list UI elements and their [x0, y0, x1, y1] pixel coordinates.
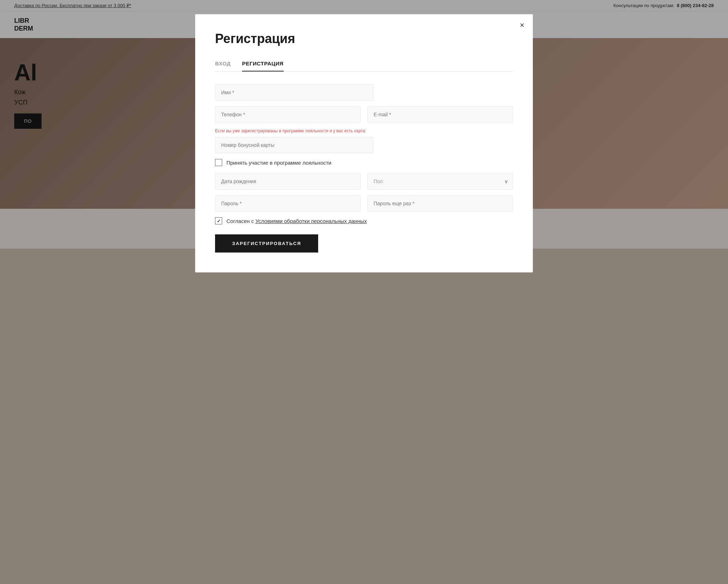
modal-overlay: × Регистрация ВХОД РЕГИСТРАЦИЯ	[0, 0, 728, 584]
consent-label: Согласен с Условиями обработки персональ…	[226, 218, 367, 224]
name-row	[215, 84, 373, 101]
password-confirm-input[interactable]	[368, 195, 513, 212]
consent-row: Согласен с Условиями обработки персональ…	[215, 217, 513, 224]
submit-button[interactable]: ЗАРЕГИСТРИРОВАТЬСЯ	[215, 234, 318, 253]
name-group	[215, 84, 373, 101]
password-row	[215, 195, 513, 212]
loyalty-checkbox-row: Принять участие в программе лояльности	[215, 159, 513, 166]
registration-form: Если вы уже зарегистрированы в программе…	[215, 84, 513, 253]
password-group	[215, 195, 360, 212]
phone-group	[215, 106, 360, 123]
loyalty-checkbox-label[interactable]: Принять участие в программе лояльности	[226, 160, 331, 166]
name-input[interactable]	[215, 84, 373, 101]
gender-select[interactable]: Пол Мужской Женский	[368, 173, 513, 190]
tab-login[interactable]: ВХОД	[215, 58, 231, 71]
consent-checkbox[interactable]	[215, 217, 222, 224]
phone-input[interactable]	[215, 106, 360, 123]
birthdate-gender-row: Пол Мужской Женский ∨	[215, 173, 513, 190]
bonus-card-group	[215, 137, 373, 153]
registration-modal: × Регистрация ВХОД РЕГИСТРАЦИЯ	[195, 14, 533, 272]
gender-group: Пол Мужской Женский ∨	[368, 173, 513, 190]
consent-link[interactable]: Условиями обработки персональных данных	[255, 218, 367, 224]
password-confirm-group	[368, 195, 513, 212]
auth-tabs: ВХОД РЕГИСТРАЦИЯ	[215, 58, 513, 71]
email-group	[368, 106, 513, 123]
birthdate-group	[215, 173, 360, 190]
modal-title: Регистрация	[215, 31, 513, 46]
bonus-card-row	[215, 137, 373, 153]
bonus-card-input[interactable]	[215, 137, 373, 153]
password-input[interactable]	[215, 195, 360, 212]
loyalty-checkbox[interactable]	[215, 159, 222, 166]
tab-register[interactable]: РЕГИСТРАЦИЯ	[242, 58, 283, 71]
phone-email-row	[215, 106, 513, 123]
loyalty-hint: Если вы уже зарегистрированы в программе…	[215, 128, 513, 133]
loyalty-fields: Пол Мужской Женский ∨	[215, 173, 513, 195]
birthdate-input[interactable]	[215, 173, 360, 190]
email-input[interactable]	[368, 106, 513, 123]
close-button[interactable]: ×	[520, 21, 524, 29]
